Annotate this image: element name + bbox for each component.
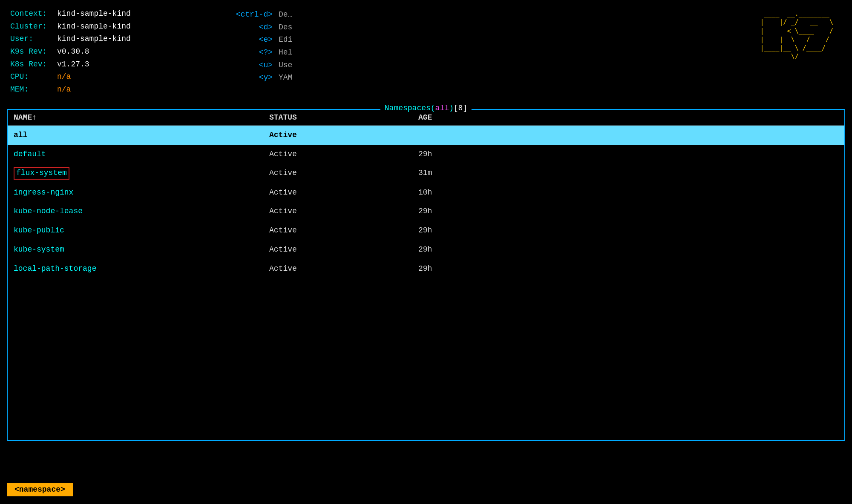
main-panel: Namespaces(all)[8] NAME↑ STATUS AGE all … (7, 109, 845, 441)
row-age-flux-system: 31m (418, 167, 838, 179)
shortcut-e: <e> Edi (232, 34, 394, 46)
k9s-rev-label: K9s Rev: (10, 46, 57, 58)
shortcut-key-e: <e> (232, 34, 279, 46)
row-name-all: all (14, 129, 269, 141)
row-status-local-path-storage: Active (269, 263, 418, 275)
table-row[interactable]: flux-system Active 31m (8, 163, 844, 183)
shortcut-key-u: <u> (232, 59, 279, 72)
cpu-label: CPU: (10, 71, 57, 83)
shortcut-u: <u> Use (232, 59, 394, 72)
row-age-kube-public: 29h (418, 224, 838, 237)
context-label: Context: (10, 8, 57, 20)
row-status-kube-public: Active (269, 224, 418, 237)
table-row[interactable]: local-path-storage Active 29h (8, 259, 844, 278)
row-name-ingress-nginx: ingress-nginx (14, 186, 269, 199)
row-age-ingress-nginx: 10h (418, 186, 838, 199)
cluster-value: kind-sample-kind (57, 20, 131, 33)
user-label: User: (10, 33, 57, 46)
row-name-flux-system: flux-system (14, 167, 269, 179)
shortcut-key-ctrl-d: <ctrl-d> (232, 9, 279, 21)
row-status-flux-system: Active (269, 167, 418, 179)
row-age-default: 29h (418, 148, 838, 160)
shortcut-desc-help: Hel (279, 46, 292, 59)
row-status-kube-system: Active (269, 243, 418, 256)
shortcut-key-y: <y> (232, 72, 279, 84)
panel-title-all: all (435, 104, 449, 112)
shortcut-desc-y: YAM (279, 72, 292, 84)
shortcut-help: <?> Hel (232, 46, 394, 59)
flux-box: flux-system (14, 167, 69, 179)
context-row: Context: kind-sample-kind (10, 8, 232, 20)
info-left: Context: kind-sample-kind Cluster: kind-… (10, 8, 232, 96)
table-row[interactable]: kube-system Active 29h (8, 240, 844, 259)
k8s-rev-value: v1.27.3 (57, 58, 89, 71)
table-row[interactable]: all Active (8, 126, 844, 145)
k9s-rev-row: K9s Rev: v0.30.8 (10, 46, 232, 58)
row-age-kube-node-lease: 29h (418, 205, 838, 218)
shortcut-desc-u: Use (279, 59, 292, 72)
cluster-row: Cluster: kind-sample-kind (10, 20, 232, 33)
table-row[interactable]: default Active 29h (8, 145, 844, 164)
shortcut-d: <d> Des (232, 21, 394, 34)
shortcut-desc-ctrl-d: De… (279, 9, 292, 21)
col-header-status: STATUS (269, 113, 418, 122)
k9s-rev-value: v0.30.8 (57, 46, 89, 58)
k8s-rev-row: K8s Rev: v1.27.3 (10, 58, 232, 71)
table-row[interactable]: kube-public Active 29h (8, 221, 844, 240)
row-name-kube-node-lease: kube-node-lease (14, 205, 269, 218)
shortcut-y: <y> YAM (232, 72, 394, 84)
top-panel: Context: kind-sample-kind Cluster: kind-… (0, 0, 852, 100)
mem-value: n/a (57, 83, 71, 96)
bottom-bar: <namespace> (7, 483, 73, 496)
table-row[interactable]: ingress-nginx Active 10h (8, 183, 844, 202)
col-header-name: NAME↑ (14, 113, 269, 122)
panel-title-close: ) (449, 104, 454, 112)
row-age-kube-system: 29h (418, 243, 838, 256)
shortcut-ctrl-d: <ctrl-d> De… (232, 9, 394, 21)
mem-row: MEM: n/a (10, 83, 232, 96)
mem-label: MEM: (10, 83, 57, 96)
row-status-kube-node-lease: Active (269, 205, 418, 218)
panel-title-count: [8] (454, 104, 467, 112)
logo-area: ____ __.________ | |/ _/ __ \ | < \____ … (394, 8, 842, 96)
empty-space (8, 278, 844, 440)
table-row[interactable]: kube-node-lease Active 29h (8, 202, 844, 221)
user-value: kind-sample-kind (57, 33, 131, 46)
row-status-default: Active (269, 148, 418, 160)
logo-ascii: ____ __.________ | |/ _/ __ \ | < \____ … (745, 9, 833, 61)
cpu-value: n/a (57, 71, 71, 83)
cluster-label: Cluster: (10, 20, 57, 33)
row-name-kube-public: kube-public (14, 224, 269, 237)
namespace-badge[interactable]: <namespace> (7, 483, 73, 496)
shortcut-key-d: <d> (232, 21, 279, 34)
row-age-all (418, 129, 838, 141)
row-age-local-path-storage: 29h (418, 263, 838, 275)
k8s-rev-label: K8s Rev: (10, 58, 57, 71)
context-value: kind-sample-kind (57, 8, 131, 20)
row-status-all: Active (269, 129, 418, 141)
row-name-kube-system: kube-system (14, 243, 269, 256)
shortcut-desc-e: Edi (279, 34, 292, 46)
row-name-default: default (14, 148, 269, 160)
panel-title: Namespaces(all)[8] (380, 104, 472, 112)
row-name-local-path-storage: local-path-storage (14, 263, 269, 275)
user-row: User: kind-sample-kind (10, 33, 232, 46)
shortcut-desc-d: Des (279, 21, 292, 34)
cpu-row: CPU: n/a (10, 71, 232, 83)
row-status-ingress-nginx: Active (269, 186, 418, 199)
shortcut-key-help: <?> (232, 46, 279, 59)
panel-title-ns: Namespaces( (385, 104, 435, 112)
shortcut-panel: <ctrl-d> De… <d> Des <e> Edi <?> Hel <u>… (232, 8, 394, 96)
col-header-age: AGE (418, 113, 838, 122)
